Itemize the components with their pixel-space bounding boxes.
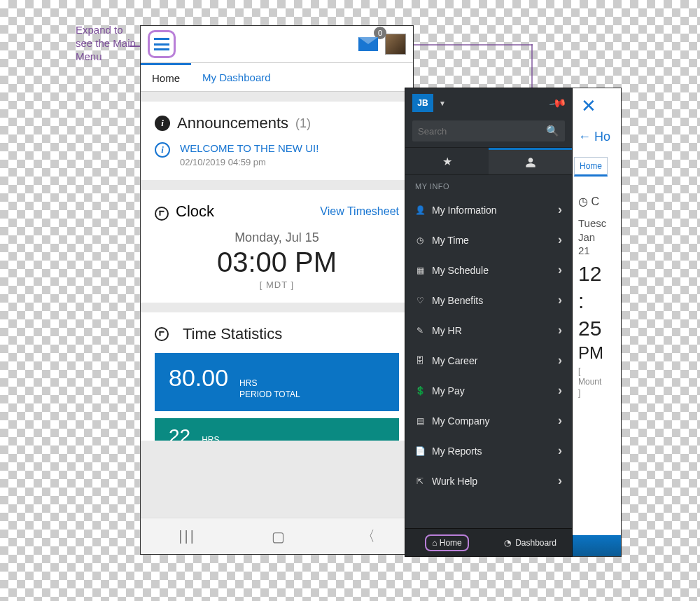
menu-item-label: My Time [432,235,469,246]
chevron-right-icon: › [558,474,562,488]
stat-value: 22 [169,425,190,441]
back-button[interactable]: 〈 [361,527,375,546]
search-input[interactable] [418,126,546,137]
menu-item-wurk-help[interactable]: ⇱Wurk Help› [405,466,572,496]
tab-my-dashboard[interactable]: My Dashboard [191,63,282,91]
hamburger-icon [154,38,169,50]
menu-tab-my-info[interactable] [489,148,572,174]
clock-time-partial: 12 [578,262,621,285]
home-button[interactable]: ▢ [272,528,285,545]
home-icon: ⌂ [432,538,437,548]
menu-item-label: My Reports [432,445,482,457]
menu-item-label: Wurk Help [432,476,477,487]
tab-home[interactable]: Home [574,157,608,177]
chevron-right-icon: › [558,263,562,277]
stat-period-total: 80.00 HRS PERIOD TOTAL [155,353,399,411]
stat-value: 80.00 [169,364,228,392]
announcements-count: (1) [295,116,311,131]
chevron-right-icon: › [558,353,562,368]
chevron-right-icon: › [558,413,562,428]
menu-item-my-company[interactable]: ▤My Company› [405,406,572,436]
announcement-title: WELCOME TO THE NEW UI! [180,142,318,154]
stat-unit: HRS [239,378,300,389]
chevron-right-icon: › [558,233,562,247]
report-icon: 📄 [415,446,425,456]
stat-secondary: 22 HRS [155,418,399,441]
menu-footer-home-button[interactable]: ⌂ Home [405,529,489,556]
announcements-title: Announcements [177,114,288,132]
heart-icon: ♡ [415,296,425,305]
menu-item-label: My Benefits [432,295,483,306]
chevron-right-icon: › [558,293,562,308]
clock-tz-partial: [ Mount ] [578,366,621,399]
menu-footer-home-label: Home [440,538,462,548]
info-icon: i [155,116,170,131]
phone-home-screen: 0 Home My Dashboard i Announcements (1) … [140,25,414,555]
menu-footer-dashboard-button[interactable]: ◔Dashboard [489,529,572,556]
main-menu-drawer: JB ▼ 📌 🔍 ★ MY INFO 👤My Information› ◷My … [405,88,573,557]
menu-item-my-hr[interactable]: ✎My HR› [405,315,572,345]
clock-ampm-partial: PM [578,344,621,362]
close-button[interactable]: ✕ [573,88,621,117]
clock-icon [155,207,169,221]
search-field[interactable]: 🔍 [412,120,565,141]
building-icon: ▤ [415,416,425,426]
menu-item-label: My Schedule [432,265,489,276]
pin-icon[interactable]: 📌 [548,93,567,112]
caret-down-icon[interactable]: ▼ [439,99,446,107]
clock-time-partial: : [578,289,621,312]
chevron-right-icon: › [558,383,562,398]
time-statistics-title: Time Statistics [183,325,282,343]
clock-icon [155,327,169,341]
menu-item-label: My HR [432,325,462,336]
announcements-card: i Announcements (1) i WELCOME TO THE NEW… [141,102,413,180]
tab-home[interactable]: Home [141,63,191,91]
stat-label: PERIOD TOTAL [239,389,300,401]
menu-item-my-reports[interactable]: 📄My Reports› [405,436,572,466]
external-icon: ⇱ [415,476,425,486]
view-timesheet-link[interactable]: View Timesheet [320,205,399,218]
back-link[interactable]: ← Ho [573,117,621,144]
menu-tab-favorites[interactable]: ★ [405,148,489,174]
menu-item-label: My Company [432,415,489,427]
money-icon: 💲 [415,386,425,396]
clock-date-partial: Tuesc Jan 21 [578,216,621,258]
annotation-expand: Expand to see the Main Menu [76,24,139,63]
menu-item-my-benefits[interactable]: ♡My Benefits› [405,285,572,315]
clock-card: Clock View Timesheet Monday, Jul 15 03:0… [141,190,413,303]
menu-item-my-time[interactable]: ◷My Time› [405,225,572,255]
clock-date: Monday, Jul 15 [155,230,399,245]
clock-icon: ◷ [415,235,425,245]
main-menu-button[interactable] [148,30,176,58]
gauge-icon: ◔ [504,538,511,548]
user-initials-badge[interactable]: JB [412,94,433,112]
bottom-accent-bar [573,535,621,556]
recents-button[interactable]: ||| [178,528,196,544]
announcement-row[interactable]: i WELCOME TO THE NEW UI! 02/10/2019 04:5… [155,142,399,167]
clock-timezone: [ MDT ] [155,279,399,290]
briefcase-icon: 🗄 [415,356,425,366]
menu-item-my-information[interactable]: 👤My Information› [405,195,572,225]
clock-time: 03:00 PM [155,247,399,278]
stat-unit: HRS [202,435,219,441]
search-icon[interactable]: 🔍 [546,125,559,137]
menu-footer-dashboard-label: Dashboard [515,538,556,548]
menu-item-my-pay[interactable]: 💲My Pay› [405,375,572,406]
menu-item-label: My Pay [432,385,465,396]
menu-item-my-career[interactable]: 🗄My Career› [405,345,572,375]
person-icon: 👤 [415,205,425,215]
menu-section-label: MY INFO [405,175,572,195]
clock-time-partial: 25 [578,317,621,340]
announcement-meta: 02/10/2019 04:59 pm [180,157,318,167]
menu-item-my-schedule[interactable]: ▦My Schedule› [405,255,572,285]
chevron-right-icon: › [558,323,562,338]
mail-icon[interactable] [358,37,378,51]
avatar[interactable] [385,34,406,55]
menu-item-label: My Information [432,205,497,216]
clock-title: Clock [176,202,214,220]
phone-behind-sliver: ✕ ← Ho Home ◷ C Tuesc Jan 21 12 : 25 PM … [573,88,622,557]
menu-item-label: My Career [432,355,477,366]
chevron-right-icon: › [558,202,562,217]
chevron-right-icon: › [558,443,562,458]
hr-icon: ✎ [415,326,425,336]
